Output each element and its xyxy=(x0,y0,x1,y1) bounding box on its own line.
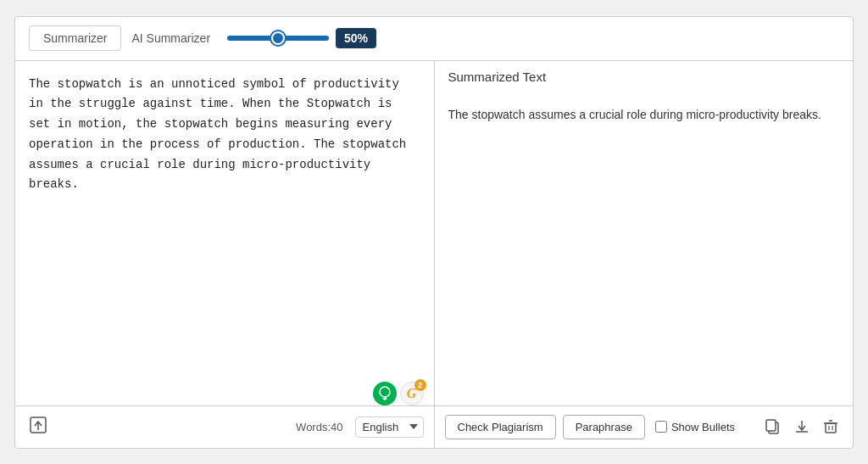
grammarly-badge: 2 xyxy=(415,379,426,391)
summarized-text-heading: Summarized Text xyxy=(435,61,854,91)
show-bullets-checkbox[interactable] xyxy=(655,421,667,433)
tab-ai-summarizer[interactable]: AI Summarizer xyxy=(131,31,210,45)
upload-button[interactable] xyxy=(25,412,51,442)
slider-container: 50% xyxy=(227,28,376,48)
show-bullets-label: Show Bullets xyxy=(671,421,735,433)
right-icon-group xyxy=(761,416,843,437)
grammarly-lamp-icon[interactable] xyxy=(373,382,397,405)
main-content: G 2 Words:40 English Spanish Frenc xyxy=(15,61,853,448)
grammarly-g-icon[interactable]: G 2 xyxy=(400,382,424,405)
download-button[interactable] xyxy=(790,416,814,437)
slider-thumb[interactable] xyxy=(271,31,285,45)
input-textarea[interactable] xyxy=(15,61,434,380)
svg-rect-6 xyxy=(766,420,776,431)
app-container: Summarizer AI Summarizer 50% xyxy=(14,16,854,449)
tab-summarizer[interactable]: Summarizer xyxy=(29,25,121,51)
left-inner xyxy=(15,61,434,380)
header-bar: Summarizer AI Summarizer 50% xyxy=(15,17,853,61)
left-footer: Words:40 English Spanish French German xyxy=(15,405,434,448)
summarized-text-content: The stopwatch assumes a crucial role dur… xyxy=(435,91,854,405)
words-count: Words:40 xyxy=(296,421,342,433)
right-footer: Check Plagiarism Paraphrase Show Bullets xyxy=(435,405,854,448)
delete-button[interactable] xyxy=(819,416,843,437)
right-panel: Summarized Text The stopwatch assumes a … xyxy=(435,61,854,448)
svg-rect-8 xyxy=(826,423,836,433)
copy-button[interactable] xyxy=(761,416,785,437)
left-panel: G 2 Words:40 English Spanish Frenc xyxy=(15,61,435,448)
slider-track xyxy=(227,36,329,41)
show-bullets-area: Show Bullets xyxy=(655,421,735,433)
check-plagiarism-button[interactable]: Check Plagiarism xyxy=(445,415,556,439)
paraphrase-button[interactable]: Paraphrase xyxy=(563,415,645,439)
grammar-icons-row: G 2 xyxy=(15,380,434,405)
svg-point-0 xyxy=(380,387,390,397)
language-select[interactable]: English Spanish French German xyxy=(355,416,424,438)
percent-badge: 50% xyxy=(336,28,376,48)
